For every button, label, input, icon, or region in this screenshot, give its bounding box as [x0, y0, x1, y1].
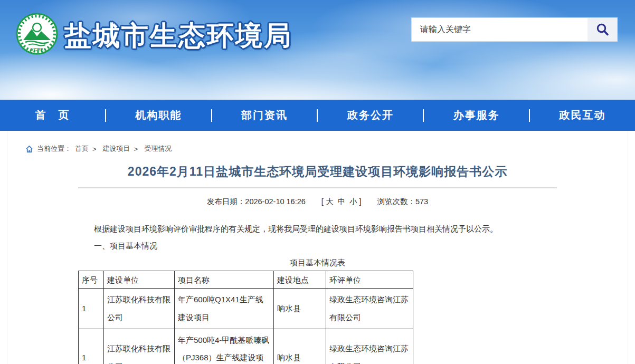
cell-location: 响水县 — [274, 329, 326, 364]
col-header-project: 项目名称 — [175, 271, 274, 289]
breadcrumb-label: 当前位置： — [37, 144, 71, 154]
cell-project: 年产600吨Q1X41生产线建设项目 — [175, 289, 274, 329]
home-icon — [25, 145, 33, 153]
article-meta: 发布日期：2026-02-10 16:26[大中小]浏览次数：573 — [78, 197, 557, 207]
breadcrumb-projects[interactable]: 建设项目 — [103, 144, 130, 154]
font-size-bracket: ] — [359, 197, 361, 206]
font-size-small[interactable]: 小 — [349, 197, 357, 206]
font-size-bracket: [ — [321, 197, 324, 206]
font-size-medium[interactable]: 中 — [337, 197, 345, 206]
main-nav: 首 页 机构职能 部门资讯 政务公开 办事服务 政民互动 — [0, 100, 635, 131]
font-size-large[interactable]: 大 — [326, 197, 334, 206]
col-header-builder: 建设单位 — [104, 271, 175, 289]
table-header-row: 序号 建设单位 项目名称 建设地点 环评单位 — [79, 271, 413, 289]
publish-date-label: 发布日期： — [207, 197, 245, 206]
breadcrumb-separator: > — [92, 145, 97, 153]
site-title: 盐城市生态环境局 — [64, 18, 292, 54]
cell-project: 年产500吨4-甲酰基哌嗪砜（PJ368）生产线建设项目 — [175, 329, 274, 364]
page-title: 2026年2月11日盐城市生态环境局受理建设项目环境影响报告书公示 — [78, 164, 557, 180]
col-header-seq: 序号 — [79, 271, 104, 289]
search-input[interactable] — [412, 18, 587, 41]
breadcrumb: 当前位置： 首页 > 建设项目 > 受理情况 — [7, 131, 628, 154]
views-label: 浏览次数： — [377, 197, 415, 206]
table-row: 1 江苏联化科技有限公司 年产600吨Q1X41生产线建设项目 响水县 绿政生态… — [79, 289, 413, 329]
content-panel: 当前位置： 首页 > 建设项目 > 受理情况 2026年2月11日盐城市生态环境… — [7, 131, 628, 364]
cell-builder: 江苏联化科技有限公司 — [104, 289, 175, 329]
project-table: 序号 建设单位 项目名称 建设地点 环评单位 1 江苏联化科技有限公司 年产60… — [78, 271, 413, 364]
search-icon — [595, 23, 610, 37]
nav-item-interact[interactable]: 政民互动 — [530, 108, 635, 122]
table-caption: 项目基本情况表 — [78, 258, 557, 268]
cell-eia-unit: 绿政生态环境咨询江苏有限公司 — [326, 289, 413, 329]
bureau-logo-icon: YCEE — [16, 13, 58, 55]
nav-item-services[interactable]: 办事服务 — [424, 108, 529, 122]
logo-acronym: YCEE — [31, 47, 44, 52]
breadcrumb-separator: > — [134, 145, 138, 153]
nav-item-home[interactable]: 首 页 — [0, 108, 105, 122]
views-count: 573 — [415, 197, 428, 206]
section-heading: 一、项目基本情况 — [78, 241, 557, 251]
article: 2026年2月11日盐城市生态环境局受理建设项目环境影响报告书公示 发布日期：2… — [7, 164, 628, 364]
search-box — [411, 17, 618, 42]
publish-date-value: 2026-02-10 16:26 — [245, 197, 306, 206]
col-header-location: 建设地点 — [274, 271, 326, 289]
cell-seq: 1 — [79, 329, 104, 364]
nav-item-news[interactable]: 部门资讯 — [212, 108, 317, 122]
article-paragraph: 根据建设项目环境影响评价审批程序的有关规定，现将我局受理的建设项目环境影响报告书… — [78, 223, 557, 235]
search-button[interactable] — [587, 18, 617, 41]
cell-eia-unit: 绿政生态环境咨询江苏有限公司 — [326, 329, 413, 364]
header-banner: YCEE 盐城市生态环境局 — [0, 0, 635, 100]
table-row: 1 江苏联化科技有限公司 年产500吨4-甲酰基哌嗪砜（PJ368）生产线建设项… — [79, 329, 413, 364]
nav-item-gov-info[interactable]: 政务公开 — [318, 108, 423, 122]
nav-item-functions[interactable]: 机构职能 — [106, 108, 211, 122]
breadcrumb-home[interactable]: 首页 — [75, 144, 89, 154]
title-divider — [78, 187, 557, 188]
cell-location: 响水县 — [274, 289, 326, 329]
cell-builder: 江苏联化科技有限公司 — [104, 329, 175, 364]
cell-seq: 1 — [79, 289, 104, 329]
col-header-eia-unit: 环评单位 — [326, 271, 413, 289]
breadcrumb-acceptance[interactable]: 受理情况 — [144, 144, 172, 154]
